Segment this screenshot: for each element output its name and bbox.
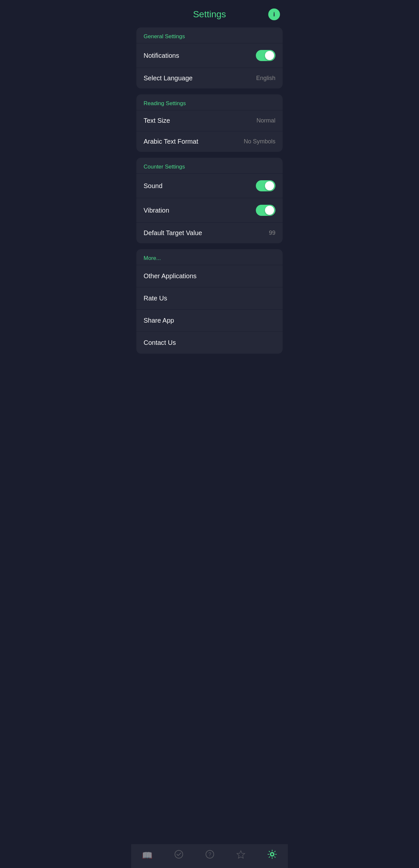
other-applications-label: Other Applications [143,272,196,280]
vibration-row[interactable]: Vibration [136,198,283,222]
sound-toggle[interactable] [256,180,276,191]
check-icon [174,850,183,861]
book-icon: 📖 [142,850,152,861]
rate-us-item[interactable]: Rate Us [136,287,283,309]
text-size-label: Text Size [143,117,170,124]
language-value: English [256,75,276,82]
svg-point-0 [175,850,183,858]
share-app-label: Share App [143,317,174,324]
rate-us-label: Rate Us [143,294,167,302]
nav-favorites[interactable] [236,850,246,861]
sound-row[interactable]: Sound [136,174,283,198]
star-icon [236,850,246,861]
arabic-format-value: No Symbols [244,138,276,145]
vibration-label: Vibration [143,207,169,214]
svg-text:?: ? [208,852,212,857]
counter-settings-card: Counter Settings Sound Vibration Default… [136,158,283,243]
page-title: Settings [193,9,226,20]
general-settings-card: General Settings Notifications Select La… [136,27,283,89]
vibration-toggle-thumb [265,206,274,215]
svg-marker-3 [237,851,245,858]
language-label: Select Language [143,74,193,82]
info-icon: i [273,11,275,18]
nav-help[interactable]: ? [205,850,215,861]
nav-settings[interactable] [267,849,277,862]
notifications-label: Notifications [143,52,179,59]
arabic-format-label: Arabic Text Format [143,138,198,145]
nav-book[interactable]: 📖 [142,850,152,861]
language-row[interactable]: Select Language English [136,68,283,89]
help-icon: ? [205,850,215,861]
default-target-label: Default Target Value [143,229,202,237]
sound-toggle-thumb [265,181,274,190]
counter-settings-header: Counter Settings [136,158,283,174]
more-header: More... [136,249,283,265]
notifications-toggle[interactable] [256,50,276,61]
more-card: More... Other Applications Rate Us Share… [136,249,283,354]
general-settings-header: General Settings [136,27,283,43]
arabic-format-row[interactable]: Arabic Text Format No Symbols [136,131,283,152]
nav-check[interactable] [174,850,183,861]
share-app-item[interactable]: Share App [136,309,283,332]
default-target-value: 99 [269,229,276,237]
reading-settings-header: Reading Settings [136,94,283,110]
contact-us-item[interactable]: Contact Us [136,332,283,354]
sound-label: Sound [143,182,162,190]
bottom-navigation: 📖 ? [131,844,288,868]
contact-us-label: Contact Us [143,339,176,346]
reading-settings-card: Reading Settings Text Size Normal Arabic… [136,94,283,152]
notifications-row[interactable]: Notifications [136,43,283,68]
default-target-row[interactable]: Default Target Value 99 [136,222,283,243]
header: Settings i [131,0,288,27]
svg-point-4 [271,853,273,856]
notifications-toggle-thumb [265,51,274,60]
settings-icon [267,849,277,862]
info-button[interactable]: i [268,8,280,20]
text-size-value: Normal [257,117,276,124]
vibration-toggle[interactable] [256,205,276,216]
text-size-row[interactable]: Text Size Normal [136,110,283,131]
other-applications-item[interactable]: Other Applications [136,265,283,287]
